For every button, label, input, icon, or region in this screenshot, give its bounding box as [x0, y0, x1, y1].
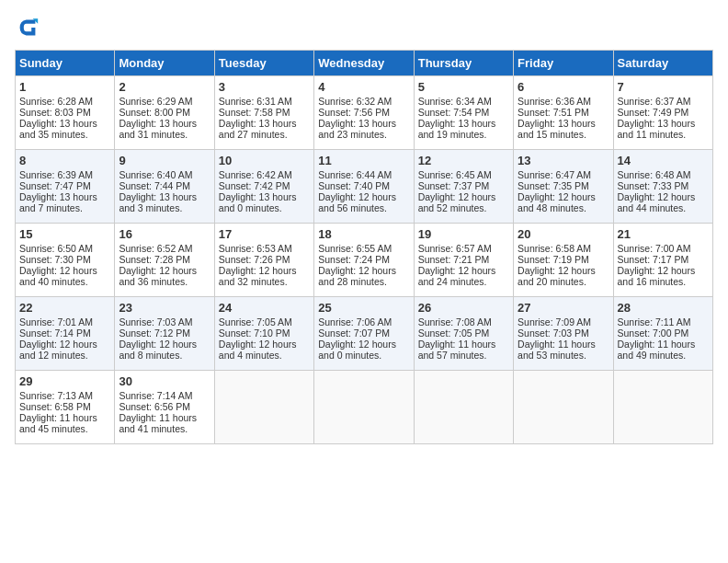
daylight-text: Daylight: 13 hours and 7 minutes. — [19, 191, 97, 213]
day-number: 21 — [618, 227, 709, 241]
sunrise-text: Sunrise: 7:09 AM — [518, 316, 591, 327]
sunset-text: Sunset: 7:21 PM — [418, 254, 490, 265]
sunset-text: Sunset: 7:44 PM — [119, 180, 190, 191]
sunrise-text: Sunrise: 7:03 AM — [119, 316, 192, 327]
sunset-text: Sunset: 7:37 PM — [418, 180, 490, 191]
daylight-text: Daylight: 12 hours and 40 minutes. — [19, 265, 97, 287]
sunset-text: Sunset: 6:58 PM — [19, 401, 91, 412]
sunrise-text: Sunrise: 6:55 AM — [318, 243, 392, 254]
daylight-text: Daylight: 12 hours and 16 minutes. — [618, 265, 696, 287]
col-header-wednesday: Wednesday — [314, 51, 414, 76]
day-number: 13 — [518, 154, 609, 167]
calendar-week-row: 15Sunrise: 6:50 AMSunset: 7:30 PMDayligh… — [16, 224, 713, 297]
col-header-thursday: Thursday — [414, 51, 513, 76]
daylight-text: Daylight: 12 hours and 20 minutes. — [518, 265, 596, 287]
calendar-cell: 8Sunrise: 6:39 AMSunset: 7:47 PMDaylight… — [16, 150, 115, 224]
sunset-text: Sunset: 7:51 PM — [518, 107, 589, 118]
sunrise-text: Sunrise: 7:00 AM — [618, 243, 691, 254]
sunset-text: Sunset: 7:12 PM — [119, 327, 190, 339]
sunset-text: Sunset: 7:05 PM — [418, 327, 490, 339]
daylight-text: Daylight: 12 hours and 24 minutes. — [418, 265, 496, 287]
sunrise-text: Sunrise: 6:45 AM — [418, 169, 492, 180]
sunset-text: Sunset: 7:35 PM — [518, 180, 589, 191]
calendar-cell: 28Sunrise: 7:11 AMSunset: 7:00 PMDayligh… — [613, 297, 712, 371]
day-number: 9 — [119, 154, 210, 167]
sunset-text: Sunset: 7:17 PM — [618, 254, 689, 265]
sunset-text: Sunset: 7:56 PM — [318, 107, 390, 118]
sunrise-text: Sunrise: 6:52 AM — [119, 243, 192, 254]
sunset-text: Sunset: 8:03 PM — [19, 107, 91, 118]
day-number: 14 — [618, 154, 709, 167]
calendar-week-row: 29Sunrise: 7:13 AMSunset: 6:58 PMDayligh… — [16, 371, 713, 444]
sunrise-text: Sunrise: 7:01 AM — [19, 316, 93, 327]
daylight-text: Daylight: 12 hours and 52 minutes. — [418, 191, 496, 213]
sunset-text: Sunset: 7:42 PM — [219, 180, 290, 191]
calendar-cell: 10Sunrise: 6:42 AMSunset: 7:42 PMDayligh… — [214, 150, 313, 224]
calendar-week-row: 22Sunrise: 7:01 AMSunset: 7:14 PMDayligh… — [16, 297, 713, 371]
calendar-table: SundayMondayTuesdayWednesdayThursdayFrid… — [15, 50, 713, 444]
day-number: 25 — [318, 301, 409, 315]
day-number: 1 — [19, 80, 110, 94]
sunrise-text: Sunrise: 6:47 AM — [518, 169, 591, 180]
calendar-cell: 18Sunrise: 6:55 AMSunset: 7:24 PMDayligh… — [314, 224, 414, 297]
daylight-text: Daylight: 12 hours and 8 minutes. — [119, 339, 197, 361]
day-number: 30 — [119, 374, 210, 388]
daylight-text: Daylight: 11 hours and 41 minutes. — [119, 412, 197, 434]
sunset-text: Sunset: 7:40 PM — [318, 180, 390, 191]
sunset-text: Sunset: 7:54 PM — [418, 107, 490, 118]
calendar-cell — [514, 371, 613, 444]
sunset-text: Sunset: 7:07 PM — [318, 327, 390, 339]
sunset-text: Sunset: 7:47 PM — [19, 180, 91, 191]
sunrise-text: Sunrise: 7:08 AM — [418, 316, 492, 327]
sunrise-text: Sunrise: 7:14 AM — [119, 390, 192, 401]
daylight-text: Daylight: 13 hours and 31 minutes. — [119, 118, 197, 140]
calendar-cell: 24Sunrise: 7:05 AMSunset: 7:10 PMDayligh… — [214, 297, 313, 371]
calendar-cell: 12Sunrise: 6:45 AMSunset: 7:37 PMDayligh… — [414, 150, 513, 224]
calendar-cell: 26Sunrise: 7:08 AMSunset: 7:05 PMDayligh… — [414, 297, 513, 371]
col-header-saturday: Saturday — [613, 51, 712, 76]
sunset-text: Sunset: 8:00 PM — [119, 107, 190, 118]
daylight-text: Daylight: 13 hours and 23 minutes. — [318, 118, 396, 140]
sunset-text: Sunset: 7:33 PM — [618, 180, 689, 191]
sunset-text: Sunset: 7:30 PM — [19, 254, 91, 265]
calendar-cell: 13Sunrise: 6:47 AMSunset: 7:35 PMDayligh… — [514, 150, 613, 224]
sunset-text: Sunset: 7:10 PM — [219, 327, 290, 339]
daylight-text: Daylight: 12 hours and 44 minutes. — [618, 191, 696, 213]
calendar-cell: 23Sunrise: 7:03 AMSunset: 7:12 PMDayligh… — [115, 297, 214, 371]
sunset-text: Sunset: 7:58 PM — [219, 107, 290, 118]
sunrise-text: Sunrise: 6:34 AM — [418, 96, 492, 107]
sunrise-text: Sunrise: 6:50 AM — [19, 243, 93, 254]
day-number: 24 — [219, 301, 310, 315]
daylight-text: Daylight: 11 hours and 53 minutes. — [518, 339, 596, 361]
sunrise-text: Sunrise: 6:39 AM — [19, 169, 93, 180]
day-number: 27 — [518, 301, 609, 315]
day-number: 22 — [19, 301, 110, 315]
day-number: 18 — [318, 227, 409, 241]
sunrise-text: Sunrise: 6:28 AM — [19, 96, 93, 107]
calendar-cell: 9Sunrise: 6:40 AMSunset: 7:44 PMDaylight… — [115, 150, 214, 224]
calendar-cell: 4Sunrise: 6:32 AMSunset: 7:56 PMDaylight… — [314, 76, 414, 150]
sunset-text: Sunset: 6:56 PM — [119, 401, 190, 412]
day-number: 16 — [119, 227, 210, 241]
daylight-text: Daylight: 13 hours and 27 minutes. — [219, 118, 297, 140]
daylight-text: Daylight: 11 hours and 45 minutes. — [19, 412, 97, 434]
sunset-text: Sunset: 7:14 PM — [19, 327, 91, 339]
calendar-cell: 17Sunrise: 6:53 AMSunset: 7:26 PMDayligh… — [214, 224, 313, 297]
daylight-text: Daylight: 12 hours and 12 minutes. — [19, 339, 97, 361]
calendar-cell: 2Sunrise: 6:29 AMSunset: 8:00 PMDaylight… — [115, 76, 214, 150]
calendar-cell: 22Sunrise: 7:01 AMSunset: 7:14 PMDayligh… — [16, 297, 115, 371]
daylight-text: Daylight: 13 hours and 19 minutes. — [418, 118, 496, 140]
daylight-text: Daylight: 11 hours and 49 minutes. — [618, 339, 696, 361]
sunset-text: Sunset: 7:19 PM — [518, 254, 589, 265]
sunset-text: Sunset: 7:03 PM — [518, 327, 589, 339]
sunrise-text: Sunrise: 6:29 AM — [119, 96, 192, 107]
day-number: 10 — [219, 154, 310, 167]
calendar-cell: 5Sunrise: 6:34 AMSunset: 7:54 PMDaylight… — [414, 76, 513, 150]
calendar-cell: 20Sunrise: 6:58 AMSunset: 7:19 PMDayligh… — [514, 224, 613, 297]
calendar-week-row: 1Sunrise: 6:28 AMSunset: 8:03 PMDaylight… — [16, 76, 713, 150]
sunrise-text: Sunrise: 7:13 AM — [19, 390, 93, 401]
daylight-text: Daylight: 13 hours and 3 minutes. — [119, 191, 197, 213]
col-header-sunday: Sunday — [16, 51, 115, 76]
daylight-text: Daylight: 12 hours and 4 minutes. — [219, 339, 297, 361]
calendar-cell: 16Sunrise: 6:52 AMSunset: 7:28 PMDayligh… — [115, 224, 214, 297]
